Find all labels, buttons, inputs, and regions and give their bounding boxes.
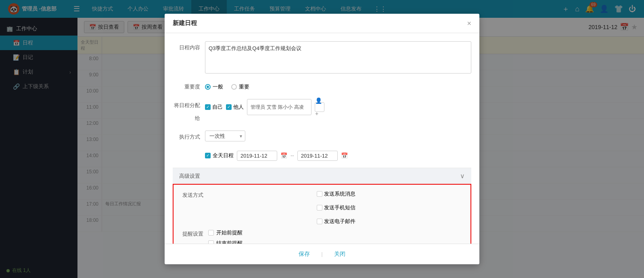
allday-checkbox[interactable]: 全天日程	[205, 149, 234, 162]
advanced-section: 高级设置 ∨ 发送方式 发送系统消息	[173, 168, 471, 243]
modal-close-button[interactable]: ×	[467, 20, 471, 27]
remind-end-checkbox	[208, 240, 214, 243]
content-label: 日程内容	[173, 41, 205, 54]
assignee-3: 高凌	[294, 101, 304, 114]
importance-label: 重要度	[173, 80, 205, 93]
remind-row: 提醒设置 开始前提醒 结束前提醒	[180, 229, 464, 243]
radio-important[interactable]: 重要	[231, 80, 249, 93]
send-options: 发送系统消息 发送手机短信 发送电子邮件	[208, 190, 464, 225]
remind-end-label: 结束前提醒	[216, 240, 243, 243]
remind-before-start[interactable]: 开始前提醒	[208, 229, 464, 236]
radio-general-circle	[205, 84, 211, 90]
assignee-0: 管理员	[251, 101, 265, 114]
allday-label: 全天日程	[213, 149, 234, 162]
advanced-collapse-icon: ∨	[460, 172, 465, 180]
remind-before-end[interactable]: 结束前提醒	[208, 240, 464, 243]
checkbox-others-label: 他人	[233, 101, 244, 114]
remind-start-checkbox	[208, 230, 214, 236]
send-sms[interactable]: 发送手机短信	[317, 204, 355, 211]
checkbox-self-label: 自己	[212, 101, 223, 114]
execution-control: 一次性 每天 每周 每月 每年	[205, 131, 471, 141]
advanced-title: 高级设置	[179, 173, 200, 180]
advanced-body: 发送方式 发送系统消息 发送手机短信	[173, 184, 471, 243]
form-row-execution: 执行方式 一次性 每天 每周 每月 每年	[173, 131, 471, 143]
checkbox-others[interactable]: 他人	[226, 101, 244, 114]
end-date-cal-icon[interactable]: 📅	[341, 149, 348, 162]
checkbox-self[interactable]: 自己	[205, 101, 223, 114]
send-email-checkbox	[317, 219, 322, 224]
execution-select-wrapper: 一次性 每天 每周 每月 每年	[205, 131, 245, 141]
modal-title: 新建日程	[173, 19, 197, 27]
send-email[interactable]: 发送电子邮件	[317, 218, 355, 225]
send-system-msg[interactable]: 发送系统消息	[317, 190, 355, 198]
execution-select[interactable]: 一次性 每天 每周 每月 每年	[205, 131, 245, 141]
date-control: 全天日程 📅 -- 📅	[205, 149, 471, 162]
checkbox-others-box	[226, 104, 232, 110]
send-email-label: 发送电子邮件	[324, 218, 355, 225]
remind-label: 提醒设置	[180, 229, 208, 239]
start-date-input[interactable]	[237, 151, 277, 161]
remind-options: 开始前提醒 结束前提醒 超期后提醒	[208, 229, 464, 243]
end-date-input[interactable]	[297, 151, 338, 161]
send-method-row: 发送方式 发送系统消息 发送手机短信	[180, 190, 464, 225]
radio-general[interactable]: 一般	[205, 80, 223, 93]
remind-start-label: 开始前提醒	[216, 229, 243, 236]
form-row-importance: 重要度 一般 重要	[173, 80, 471, 93]
send-sms-label: 发送手机短信	[324, 204, 355, 211]
send-system-checkbox	[317, 191, 322, 197]
form-row-assign: 将日程分配给 自己 他人 管理员 艾雪 陈小小 高凌	[173, 99, 471, 125]
form-row-date: 全天日程 📅 -- 📅	[173, 149, 471, 162]
assign-label: 将日程分配给	[173, 99, 205, 125]
checkbox-self-box	[205, 104, 211, 110]
form-row-content: 日程内容 Q3季度工作总结及Q4季度工作规划会议	[173, 41, 471, 75]
allday-checkbox-box	[205, 153, 211, 158]
send-method-label: 发送方式	[180, 190, 208, 200]
date-separator: --	[291, 149, 294, 162]
footer-separator: |	[321, 251, 322, 257]
radio-general-label: 一般	[213, 80, 223, 93]
modal-footer: 保存 | 关闭	[165, 244, 479, 264]
add-person-button[interactable]: 👤+	[315, 102, 324, 112]
content-control: Q3季度工作总结及Q4季度工作规划会议	[205, 41, 471, 75]
assignees-tags: 管理员 艾雪 陈小小 高凌	[247, 99, 312, 115]
modal-header: 新建日程 ×	[165, 14, 479, 33]
save-button[interactable]: 保存	[295, 249, 313, 259]
importance-control: 一般 重要	[205, 80, 471, 93]
assign-control: 自己 他人 管理员 艾雪 陈小小 高凌 👤+	[205, 99, 471, 115]
radio-important-label: 重要	[239, 80, 249, 93]
modal-overlay: 新建日程 × 日程内容 Q3季度工作总结及Q4季度工作规划会议 重要度 一般	[0, 0, 644, 278]
start-date-cal-icon[interactable]: 📅	[280, 149, 287, 162]
assignee-1: 艾雪	[267, 101, 276, 114]
send-sms-checkbox	[317, 205, 322, 211]
assignee-2: 陈小小	[278, 101, 293, 114]
execution-label: 执行方式	[173, 131, 205, 143]
radio-important-circle	[231, 84, 237, 90]
send-system-label: 发送系统消息	[324, 190, 355, 198]
close-button[interactable]: 关闭	[331, 249, 349, 259]
new-schedule-modal: 新建日程 × 日程内容 Q3季度工作总结及Q4季度工作规划会议 重要度 一般	[165, 14, 479, 264]
modal-body: 日程内容 Q3季度工作总结及Q4季度工作规划会议 重要度 一般 重要	[165, 33, 479, 243]
content-textarea[interactable]: Q3季度工作总结及Q4季度工作规划会议	[205, 41, 471, 74]
advanced-header[interactable]: 高级设置 ∨	[173, 168, 471, 184]
